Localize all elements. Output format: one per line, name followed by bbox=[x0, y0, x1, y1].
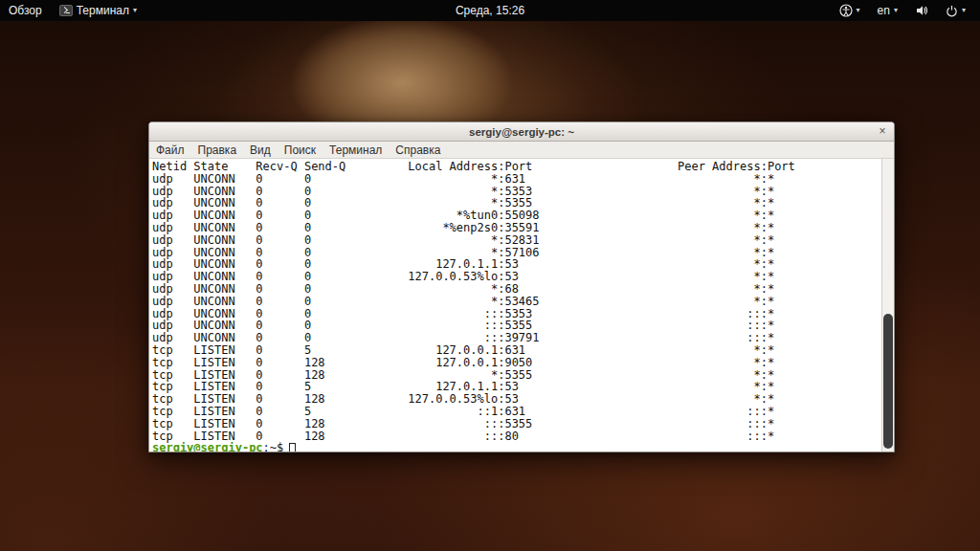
cell-lport: 53465 bbox=[504, 296, 588, 308]
cell-sendq: 128 bbox=[304, 418, 353, 430]
status-menu-power[interactable]: ▾ bbox=[937, 0, 974, 21]
cell-col: : bbox=[761, 430, 768, 443]
cell-paddr: * bbox=[588, 271, 761, 283]
cell-recvq: 0 bbox=[256, 296, 304, 308]
menu-item-terminal[interactable]: Терминал bbox=[323, 143, 389, 157]
cell-pport: * bbox=[768, 283, 774, 296]
window-titlebar[interactable]: sergiy@sergiy-pc: ~ × bbox=[149, 122, 894, 142]
cell-sendq: 0 bbox=[304, 308, 353, 320]
cell-paddr: * bbox=[588, 357, 761, 369]
cell-recvq: 0 bbox=[256, 381, 304, 393]
cell-laddr: :: bbox=[352, 308, 498, 320]
cell-laddr: * bbox=[352, 296, 498, 308]
clock-button[interactable]: Среда, 15:26 bbox=[448, 0, 532, 21]
cell-laddr: :: bbox=[352, 320, 498, 332]
terminal-row: tcpLISTEN05::1:631:::* bbox=[152, 406, 880, 418]
activities-button[interactable]: Обзор bbox=[0, 0, 51, 21]
cell-sendq: 128 bbox=[304, 430, 353, 443]
cell-recvq: 0 bbox=[256, 234, 304, 247]
cell-pport: * bbox=[768, 406, 774, 418]
terminal-menubar: Файл Правка Вид Поиск Терминал Справка bbox=[149, 142, 894, 159]
cell-paddr: :: bbox=[588, 320, 761, 332]
cell-laddr: 127.0.0.1 bbox=[352, 344, 498, 357]
cell-lport: 35591 bbox=[504, 222, 588, 234]
cell-recvq: 0 bbox=[256, 271, 304, 283]
menu-item-search[interactable]: Поиск bbox=[278, 143, 323, 157]
language-label: en bbox=[878, 4, 890, 17]
cell-sendq: 0 bbox=[304, 247, 353, 259]
status-menu-language[interactable]: en ▾ bbox=[869, 0, 906, 21]
cell-recvq: 0 bbox=[256, 332, 304, 344]
cell-laddr: :: bbox=[352, 430, 498, 443]
cell-col: : bbox=[498, 222, 504, 234]
cell-netid: tcp bbox=[152, 418, 193, 430]
cell-netid: udp bbox=[152, 173, 193, 186]
cell-laddr: *%enp2s0 bbox=[352, 222, 498, 234]
close-button[interactable]: × bbox=[875, 124, 890, 140]
status-menu-volume[interactable] bbox=[906, 0, 937, 21]
cell-col: : bbox=[498, 234, 504, 247]
cell-col: : bbox=[498, 161, 504, 173]
scrollbar[interactable] bbox=[881, 159, 894, 452]
cell-recvq: 0 bbox=[256, 173, 304, 186]
cell-sendq: 128 bbox=[304, 369, 353, 382]
scrollbar-thumb[interactable] bbox=[883, 314, 893, 449]
cell-sendq: 5 bbox=[304, 344, 353, 357]
cell-lport: 631 bbox=[504, 173, 588, 186]
cell-state: LISTEN bbox=[193, 406, 256, 418]
app-menu-terminal[interactable]: Терминал ▾ bbox=[51, 0, 145, 21]
cell-paddr: * bbox=[588, 209, 761, 222]
cell-pport: * bbox=[768, 222, 774, 234]
terminal-row: udpUNCONN00*:68*:* bbox=[152, 283, 880, 296]
menu-item-file[interactable]: Файл bbox=[149, 143, 191, 157]
cell-col: : bbox=[761, 283, 768, 296]
menu-item-edit[interactable]: Правка bbox=[191, 143, 244, 157]
terminal-row: tcpLISTEN05127.0.0.1:631*:* bbox=[152, 344, 880, 357]
cell-sendq: Send-Q bbox=[304, 161, 353, 173]
cell-paddr: * bbox=[588, 344, 761, 357]
cell-recvq: 0 bbox=[256, 258, 304, 271]
terminal-screen[interactable]: NetidStateRecv-QSend-QLocal Address:Port… bbox=[149, 159, 894, 452]
cell-paddr: * bbox=[588, 222, 761, 234]
cell-paddr: * bbox=[588, 186, 761, 198]
cell-sendq: 0 bbox=[304, 173, 353, 186]
desktop-background: Обзор Терминал ▾ Среда, 15:26 ▾ bbox=[0, 0, 980, 551]
cell-paddr: * bbox=[588, 296, 761, 308]
menu-item-help[interactable]: Справка bbox=[389, 143, 447, 157]
menu-item-view[interactable]: Вид bbox=[243, 143, 278, 157]
cell-state: LISTEN bbox=[193, 344, 256, 357]
cell-paddr: :: bbox=[588, 418, 761, 430]
cell-paddr: * bbox=[588, 258, 761, 271]
cell-recvq: 0 bbox=[256, 320, 304, 332]
cell-pport: * bbox=[768, 418, 774, 430]
prompt-line: sergiy@sergiy-pc:~$ bbox=[152, 442, 880, 452]
cell-col: : bbox=[761, 406, 768, 418]
chevron-down-icon: ▾ bbox=[857, 7, 860, 14]
cell-pport: * bbox=[768, 296, 774, 308]
chevron-down-icon: ▾ bbox=[962, 7, 966, 14]
cell-recvq: 0 bbox=[256, 393, 304, 406]
cell-sendq: 0 bbox=[304, 186, 353, 198]
cell-col: : bbox=[498, 430, 504, 443]
terminal-window: sergiy@sergiy-pc: ~ × Файл Правка Вид По… bbox=[148, 121, 895, 452]
chevron-down-icon: ▾ bbox=[894, 7, 898, 14]
cell-recvq: 0 bbox=[256, 222, 304, 234]
cell-sendq: 0 bbox=[304, 283, 353, 296]
cell-recvq: 0 bbox=[256, 406, 304, 418]
cell-paddr: Peer Address bbox=[588, 161, 761, 173]
cell-col: : bbox=[761, 173, 768, 186]
cell-sendq: 128 bbox=[304, 393, 353, 406]
cell-laddr: 127.0.0.53%lo bbox=[352, 393, 498, 406]
cell-col: : bbox=[761, 344, 768, 357]
status-menu-accessibility[interactable]: ▾ bbox=[831, 0, 869, 21]
cell-pport: Port bbox=[768, 161, 795, 173]
cell-paddr: * bbox=[588, 381, 761, 393]
cell-sendq: 0 bbox=[304, 271, 353, 283]
cell-paddr: * bbox=[588, 234, 761, 247]
cell-netid: udp bbox=[152, 283, 193, 296]
cell-lport: 68 bbox=[504, 283, 588, 296]
cell-lport: 631 bbox=[504, 406, 588, 418]
prompt-user: sergiy@sergiy-pc bbox=[152, 442, 263, 452]
cell-lport: 631 bbox=[504, 344, 588, 357]
cell-col: : bbox=[761, 161, 768, 173]
